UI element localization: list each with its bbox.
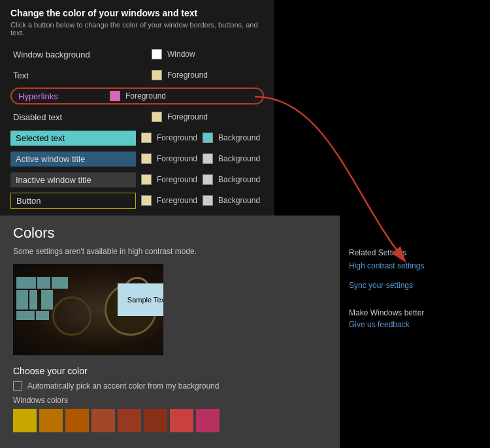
button-fg-label: Foreground (157, 196, 197, 205)
disabled-fg-label: Foreground (167, 112, 208, 121)
swatch-8[interactable] (196, 409, 220, 432)
sample-text: Sample Text (127, 296, 163, 304)
color-swatches-row (13, 409, 327, 432)
active-bg-swatch (203, 153, 213, 164)
active-bg-label: Background (218, 154, 260, 163)
selected-bg-swatch (203, 133, 213, 143)
selected-text-label: Selected text (10, 131, 136, 146)
active-fg-label: Foreground (157, 154, 197, 163)
give-feedback-link[interactable]: Give us feedback (349, 320, 481, 329)
auto-pick-checkbox[interactable] (13, 381, 22, 391)
inactive-bg-swatch (203, 174, 213, 185)
sync-settings-link[interactable]: Sync your settings (349, 281, 481, 290)
active-fg-swatch (141, 153, 152, 164)
hyperlinks-label: Hyperlinks (18, 91, 71, 101)
swatch-2[interactable] (39, 409, 63, 432)
selected-fg-swatch (141, 133, 152, 143)
colors-panel: Colors Some settings aren't available in… (0, 216, 340, 448)
button-bg-swatch (203, 195, 213, 206)
make-windows-better-label: Make Windows better (349, 308, 481, 317)
inactive-bg-label: Background (218, 175, 260, 184)
inactive-window-label: Inactive window title (10, 172, 136, 187)
hyperlinks-fg-swatch (110, 91, 120, 101)
inactive-fg-label: Foreground (157, 175, 197, 184)
window-color-label: Window (167, 50, 195, 59)
swatch-4[interactable] (91, 409, 115, 432)
hyperlinks-fg-label: Foreground (125, 91, 166, 101)
sample-image: Sample Text (13, 264, 163, 355)
button-fg-swatch (141, 195, 152, 206)
button-label: Button (10, 193, 136, 209)
active-window-label: Active window title (10, 152, 136, 167)
related-settings-title: Related Settings (349, 248, 481, 257)
sample-text-box: Sample Text (118, 283, 163, 316)
colors-subtitle: Some settings aren't available in high c… (13, 247, 327, 256)
related-settings-panel: Related Settings High contrast settings … (340, 216, 490, 448)
text-fg-label: Foreground (167, 71, 208, 80)
windows-colors-label: Windows colors (13, 396, 327, 405)
selected-bg-label: Background (218, 133, 260, 142)
text-row: Text Foreground (10, 67, 264, 84)
left-panel: Change the color of your windows and tex… (0, 0, 274, 222)
window-background-label: Window background (10, 50, 141, 59)
disabled-text-label: Disabled text (10, 112, 141, 122)
swatch-1[interactable] (13, 409, 37, 432)
panel-subtitle: Click a button below to change the color… (10, 21, 264, 37)
swatch-7[interactable] (170, 409, 193, 432)
disabled-fg-swatch (152, 112, 162, 122)
inactive-fg-swatch (141, 174, 152, 185)
high-contrast-settings-link[interactable]: High contrast settings (349, 261, 481, 270)
auto-pick-row: Automatically pick an accent color from … (13, 381, 327, 391)
swatch-5[interactable] (118, 409, 141, 432)
text-label: Text (10, 71, 141, 80)
window-color-swatch (152, 49, 162, 59)
disabled-text-row: Disabled text Foreground (10, 108, 264, 125)
active-window-row: Active window title Foreground Backgroun… (10, 150, 264, 167)
button-row: Button Foreground Background (10, 192, 264, 209)
text-fg-swatch (152, 70, 162, 80)
window-background-row: Window background Window (10, 46, 264, 63)
choose-color-title: Choose your color (13, 366, 327, 376)
colors-title: Colors (13, 225, 327, 242)
selected-text-row: Selected text Foreground Background (10, 129, 264, 146)
selected-fg-label: Foreground (157, 133, 197, 142)
panel-title: Change the color of your windows and tex… (10, 8, 264, 18)
swatch-3[interactable] (65, 409, 89, 432)
gear-circle-medium (52, 296, 91, 336)
swatch-6[interactable] (144, 409, 167, 432)
inactive-window-row: Inactive window title Foreground Backgro… (10, 171, 264, 188)
hyperlinks-row: Hyperlinks Foreground (10, 88, 264, 104)
button-bg-label: Background (218, 196, 260, 205)
auto-pick-label: Automatically pick an accent color from … (27, 381, 219, 391)
